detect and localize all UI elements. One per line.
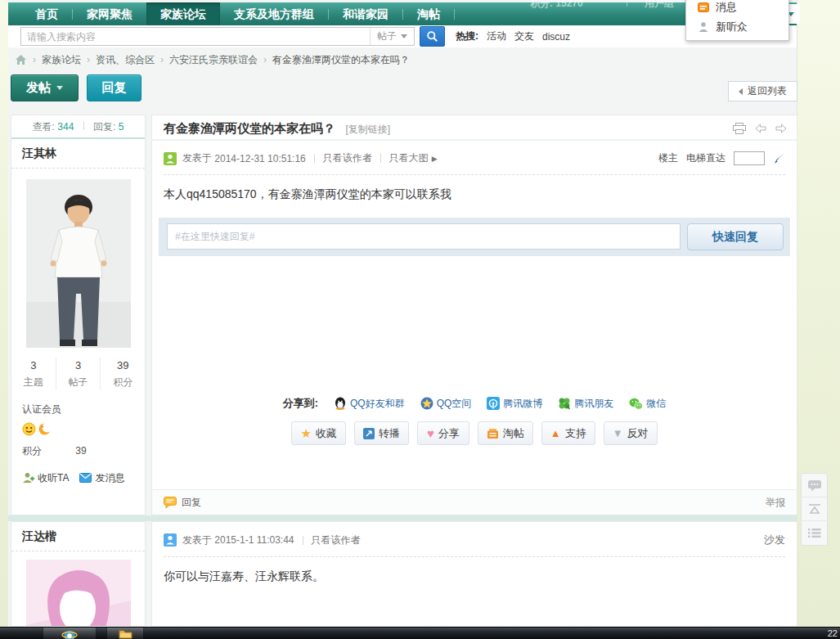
taskbar-clock[interactable]: 22 — [828, 628, 838, 638]
share-tencent-weibo[interactable]: 腾讯微博 — [487, 397, 542, 411]
smiley-medal-icon — [22, 422, 36, 436]
send-message-link[interactable]: 发消息 — [79, 471, 124, 485]
share-item-label: QQ空间 — [437, 397, 472, 411]
taotie-button[interactable]: 淘帖 — [478, 421, 533, 445]
only-author-link[interactable]: 只看该作者 — [312, 533, 361, 547]
repost-button[interactable]: 转播 — [354, 421, 409, 445]
action-label: 支持 — [565, 426, 586, 441]
user-group-title: 认证会员 — [22, 403, 145, 416]
elevator-input[interactable] — [734, 151, 765, 165]
breadcrumb-forum[interactable]: 家族论坛 — [42, 53, 81, 67]
reply-label: 回复 — [102, 80, 127, 96]
hot-link-discuz[interactable]: discuz — [542, 31, 570, 43]
quick-reply-input[interactable] — [167, 223, 681, 250]
stat-posts[interactable]: 3 帖子 — [56, 358, 101, 390]
search-button[interactable] — [420, 26, 445, 47]
share-label: 分享到: — [283, 396, 318, 411]
star-icon: ★ — [300, 426, 311, 441]
dropdown-item-listeners[interactable]: 新听众 — [686, 17, 788, 37]
share-bar: 分享到: QQ好友和群 QQ空间 腾讯微博 腾讯朋友 微信 — [152, 396, 797, 411]
nav-item-forum[interactable]: 家族论坛 — [146, 2, 220, 25]
title-icons — [733, 123, 787, 134]
float-scroll-top-button[interactable] — [802, 497, 827, 521]
reply-link[interactable]: 回复 — [164, 496, 201, 510]
user-links: 收听TA 发消息 — [22, 471, 145, 485]
section-gap — [8, 515, 797, 521]
report-link[interactable]: 举报 — [766, 496, 785, 510]
heart-icon: ♥ — [427, 426, 434, 440]
oppose-button[interactable]: ▼ 反对 — [604, 421, 658, 445]
arrow-right-icon: ▶ — [432, 155, 438, 163]
copy-link[interactable]: [复制链接] — [345, 124, 390, 135]
back-to-list-button[interactable]: 返回列表 — [728, 81, 797, 101]
nav-item-focus[interactable]: 家网聚焦 — [73, 2, 146, 25]
nav-item-harmony[interactable]: 和谐家园 — [329, 2, 402, 25]
share-button[interactable]: ♥ 分享 — [417, 421, 469, 445]
only-author-link[interactable]: 只看该作者 — [323, 151, 372, 165]
action-label: 反对 — [627, 426, 649, 441]
hot-search-label: 热搜: — [456, 29, 478, 43]
scroll-top-icon — [807, 503, 822, 515]
repost-icon — [363, 428, 375, 439]
author-avatar[interactable] — [26, 179, 131, 348]
stats-divider — [83, 122, 84, 130]
credit-value: 39 — [75, 445, 86, 457]
wechat-icon — [629, 398, 643, 410]
author-name[interactable]: 汪达楷 — [11, 522, 145, 551]
print-icon[interactable] — [733, 123, 746, 134]
author-avatar[interactable] — [26, 560, 131, 627]
share-qzone[interactable]: QQ空间 — [420, 397, 472, 411]
reply-bubble-icon — [164, 497, 177, 509]
next-page-icon[interactable] — [775, 124, 787, 133]
search-input[interactable] — [21, 28, 370, 45]
float-comment-button[interactable] — [802, 474, 827, 497]
back-to-list-label: 返回列表 — [748, 84, 787, 98]
thread-title-row: 有金寨渔潭两仪堂的本家在吗？ [复制链接] — [152, 115, 797, 141]
breadcrumb-section[interactable]: 资讯、综合区 — [96, 53, 155, 67]
share-item-label: 微信 — [646, 397, 666, 411]
nav-item-home[interactable]: 首页 — [21, 2, 72, 25]
dropdown-item-messages[interactable]: 消息 — [686, 0, 788, 17]
stat-credits[interactable]: 39 积分 — [101, 358, 145, 390]
share-qq-friends[interactable]: QQ好友和群 — [334, 397, 405, 411]
new-post-button[interactable]: 发帖 — [11, 74, 79, 101]
thread-stats: 查看: 344 回复: 5 — [11, 115, 145, 139]
support-button[interactable]: ▲ 支持 — [541, 421, 595, 445]
stat-value: 3 — [56, 358, 101, 375]
favorite-button[interactable]: ★ 收藏 — [291, 421, 345, 445]
jump-icon[interactable] — [773, 152, 785, 164]
poster-avatar-icon — [164, 152, 177, 165]
hot-link-friends[interactable]: 交友 — [514, 29, 534, 43]
search-type-select[interactable]: 帖子 — [370, 28, 414, 45]
follow-person-icon — [22, 472, 34, 484]
post-time: 2015-1-1 11:03:44 — [214, 534, 294, 546]
stat-threads[interactable]: 3 主题 — [11, 358, 56, 390]
header-divider — [303, 536, 303, 545]
nav-item-taotie[interactable]: 淘帖 — [403, 2, 454, 25]
nav-item-groups[interactable]: 支系及地方群组 — [220, 2, 328, 25]
breadcrumb-separator: › — [33, 54, 36, 65]
ie-icon — [61, 628, 78, 639]
home-icon[interactable] — [15, 54, 27, 65]
reply-button[interactable]: 回复 — [87, 74, 141, 101]
user-group-overlay: 用户组 — [645, 0, 674, 11]
float-list-button[interactable] — [802, 521, 827, 545]
only-image-link[interactable]: 只看大图 — [389, 151, 429, 165]
taskbar-folder-button[interactable] — [106, 628, 144, 639]
reply-bar: 回复 举报 — [152, 489, 797, 515]
share-wechat[interactable]: 微信 — [629, 397, 666, 411]
moon-medal-icon — [38, 422, 52, 436]
posted-label: 发表于 — [182, 533, 212, 547]
views-count: 344 — [57, 121, 74, 133]
taskbar-ie-button[interactable] — [43, 628, 97, 639]
author-name[interactable]: 汪其林 — [11, 139, 145, 169]
hot-link-activity[interactable]: 活动 — [487, 29, 506, 43]
post-time: 2014-12-31 10:51:16 — [214, 153, 305, 164]
prev-page-icon[interactable] — [755, 124, 766, 133]
dropdown-item-label: 消息 — [716, 0, 737, 15]
quick-reply-button[interactable]: 快速回复 — [687, 223, 784, 250]
share-tencent-friends[interactable]: 腾讯朋友 — [558, 397, 613, 411]
follow-link[interactable]: 收听TA — [22, 471, 69, 485]
breadcrumb-subforum[interactable]: 六安汪氏宗亲联谊会 — [169, 53, 258, 67]
post-1: 有金寨渔潭两仪堂的本家在吗？ [复制链接] 发表于 2014-12-31 10:… — [151, 115, 797, 515]
